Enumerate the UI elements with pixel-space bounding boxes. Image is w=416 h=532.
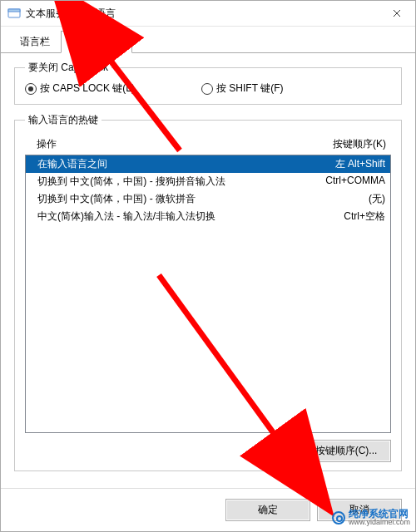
app-icon [7, 7, 21, 20]
row-keys: 左 Alt+Shift [335, 157, 385, 171]
col-action-header: 操作 [30, 137, 333, 151]
ok-button[interactable]: 确定 [225, 499, 310, 521]
tab-label: 高级键设置 [72, 36, 121, 47]
watermark: 纯净系统官网 www.yidaimei.com [332, 509, 410, 526]
tab-label: 语言栏 [20, 36, 50, 47]
list-row[interactable]: 切换到 中文(简体，中国) - 搜狗拼音输入法 Ctrl+COMMA [26, 173, 390, 190]
window-title: 文本服务和输入语言 [26, 7, 379, 21]
list-row[interactable]: 中文(简体)输入法 - 输入法/非输入法切换 Ctrl+空格 [26, 208, 390, 225]
titlebar: 文本服务和输入语言 [1, 1, 415, 27]
row-keys: Ctrl+空格 [344, 209, 385, 224]
hotkey-legend: 输入语言的热键 [25, 113, 102, 127]
row-keys: (无) [369, 192, 385, 206]
capslock-group: 要关闭 Caps Lock 按 CAPS LOCK 键(L) 按 SHIFT 键… [14, 61, 402, 105]
col-keys-header: 按键顺序(K) [333, 137, 386, 151]
dialog-window: 文本服务和输入语言 语言栏 高级键设置 要关闭 Caps Lock 按 CAPS… [0, 0, 416, 532]
radio-icon [25, 83, 37, 95]
tab-advanced-keys[interactable]: 高级键设置 [61, 31, 132, 53]
button-label: 确定 [258, 504, 278, 515]
list-header: 操作 按键顺序(K) [25, 134, 391, 155]
list-row[interactable]: 切换到 中文(简体，中国) - 微软拼音 (无) [26, 190, 390, 208]
row-action: 在输入语言之间 [31, 157, 335, 171]
capslock-legend: 要关闭 Caps Lock [25, 61, 111, 75]
radio-icon [201, 83, 213, 95]
capslock-radio-row: 按 CAPS LOCK 键(L) 按 SHIFT 键(F) [25, 81, 391, 96]
close-button[interactable] [379, 1, 415, 26]
hotkey-group: 输入语言的热键 操作 按键顺序(K) 在输入语言之间 左 Alt+Shift 切… [14, 113, 402, 471]
row-action: 中文(简体)输入法 - 输入法/非输入法切换 [31, 209, 344, 224]
row-action: 切换到 中文(简体，中国) - 搜狗拼音输入法 [31, 175, 325, 189]
change-button-row: 更改按键顺序(C)... [25, 440, 391, 462]
list-row[interactable]: 在输入语言之间 左 Alt+Shift [26, 155, 390, 173]
radio-label: 按 SHIFT 键(F) [216, 81, 283, 96]
radio-capslock[interactable]: 按 CAPS LOCK 键(L) [25, 81, 135, 96]
watermark-logo-icon [332, 511, 345, 525]
radio-shift[interactable]: 按 SHIFT 键(F) [201, 81, 283, 96]
tab-language-bar[interactable]: 语言栏 [9, 31, 61, 53]
radio-label: 按 CAPS LOCK 键(L) [40, 81, 135, 96]
watermark-bottom: www.yidaimei.com [349, 519, 410, 526]
row-keys: Ctrl+COMMA [325, 175, 385, 189]
hotkey-listbox[interactable]: 在输入语言之间 左 Alt+Shift 切换到 中文(简体，中国) - 搜狗拼音… [25, 155, 391, 433]
svg-rect-1 [8, 9, 20, 12]
watermark-text: 纯净系统官网 www.yidaimei.com [349, 509, 410, 526]
tab-bar: 语言栏 高级键设置 [1, 27, 415, 53]
row-action: 切换到 中文(简体，中国) - 微软拼音 [31, 192, 369, 206]
dialog-body: 要关闭 Caps Lock 按 CAPS LOCK 键(L) 按 SHIFT 键… [1, 52, 415, 488]
button-label: 更改按键顺序(C)... [295, 445, 378, 456]
change-key-sequence-button[interactable]: 更改按键顺序(C)... [281, 440, 391, 462]
